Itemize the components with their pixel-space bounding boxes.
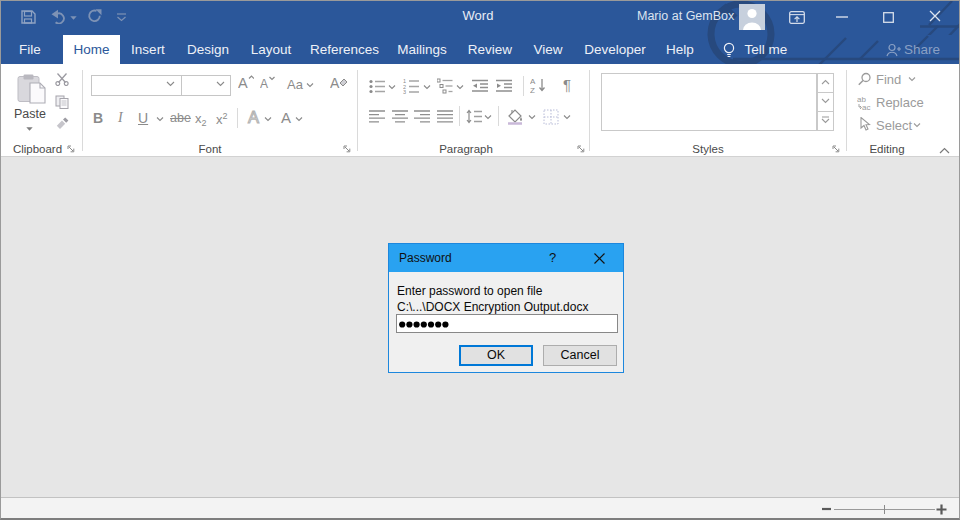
svg-text:A: A <box>248 108 259 126</box>
svg-text:A: A <box>260 77 268 90</box>
svg-text:ac: ac <box>862 103 870 110</box>
svg-text:A: A <box>530 77 536 86</box>
svg-text:A: A <box>330 75 340 91</box>
svg-text:A: A <box>238 75 248 90</box>
svg-text:3: 3 <box>403 89 406 94</box>
svg-text:Z: Z <box>530 86 535 94</box>
